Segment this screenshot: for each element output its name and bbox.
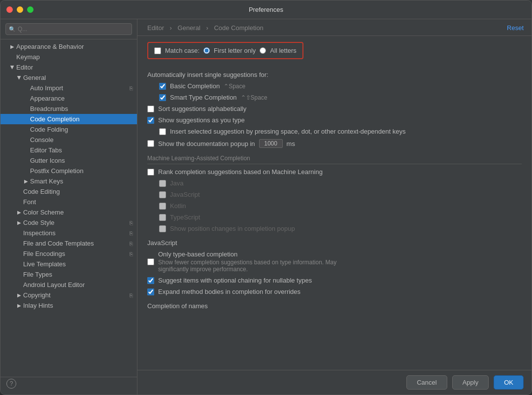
title-bar: Preferences (0, 0, 532, 19)
sidebar-item-inlay-hints[interactable]: ▶ Inlay Hints (0, 300, 137, 311)
arrow-icon: ▶ (24, 179, 28, 184)
auto-insert-heading: Automatically insert single suggestions … (147, 71, 268, 78)
sidebar-item-breadcrumbs[interactable]: Breadcrumbs (0, 104, 137, 114)
cancel-button[interactable]: Cancel (406, 375, 447, 390)
show-as-you-type-row: Show suggestions as you type (147, 116, 522, 124)
help-button[interactable]: ? (6, 379, 16, 389)
smart-shortcut: ⌃⇧Space (241, 94, 267, 101)
sidebar-item-general[interactable]: ▶ General (0, 72, 137, 83)
sidebar-item-editor[interactable]: ▶ Editor (0, 62, 137, 72)
sidebar-item-copyright[interactable]: ▶ Copyright ⎘ (0, 290, 137, 300)
sidebar-item-auto-import[interactable]: Auto Import ⎘ (0, 83, 137, 93)
search-input[interactable] (5, 23, 132, 35)
js-expand-checkbox[interactable] (147, 288, 154, 295)
ml-rank-row: Rank completion suggestions based on Mac… (147, 168, 522, 176)
sidebar-item-label: Editor (16, 64, 33, 71)
copy-icon: ⎘ (130, 251, 133, 257)
all-letters-radio[interactable] (260, 47, 266, 54)
basic-completion-checkbox[interactable] (159, 83, 166, 90)
sidebar-item-label: Inspections (23, 229, 56, 237)
sidebar-item-label: Android Layout Editor (23, 281, 85, 288)
ml-kotlin-row: Kotlin (147, 202, 522, 210)
search-bar: 🔍 (0, 19, 137, 39)
sidebar-item-console[interactable]: Console (0, 135, 137, 145)
js-only-type-desc: Show fewer completion suggestions based … (158, 259, 336, 273)
panel-footer: Cancel Apply OK (137, 370, 532, 395)
copy-icon: ⎘ (130, 241, 133, 247)
js-only-type-row: Only type-based completion Show fewer co… (147, 251, 522, 273)
panel-header: Editor › General › Code Completion Reset (137, 19, 532, 36)
sidebar-item-label: Live Templates (23, 260, 66, 268)
show-as-you-type-checkbox[interactable] (147, 117, 154, 124)
arrow-icon: ▶ (17, 210, 21, 215)
first-letter-label: First letter only (214, 47, 256, 54)
sidebar-item-label: Breadcrumbs (30, 105, 68, 112)
match-case-checkbox[interactable] (154, 47, 161, 54)
sidebar-item-label: Inlay Hints (23, 302, 53, 309)
insert-space-row: Insert selected suggestion by pressing s… (147, 128, 522, 135)
sidebar-item-keymap[interactable]: Keymap (0, 52, 137, 62)
main-panel: Editor › General › Code Completion Reset… (137, 19, 532, 395)
apply-button[interactable]: Apply (452, 375, 489, 390)
auto-insert-heading-row: Automatically insert single suggestions … (147, 71, 522, 78)
doc-popup-checkbox[interactable] (147, 140, 154, 147)
sidebar-item-font[interactable]: Font (0, 197, 137, 207)
sidebar-item-gutter-icons[interactable]: Gutter Icons (0, 155, 137, 166)
sidebar-item-code-completion[interactable]: Code Completion (0, 114, 137, 124)
sidebar-item-smart-keys[interactable]: ▶ Smart Keys (0, 176, 137, 186)
sidebar-item-label: Appearance (30, 95, 65, 102)
match-case-label: Match case: (165, 47, 200, 54)
sidebar-item-live-templates[interactable]: Live Templates (0, 259, 137, 269)
js-chaining-checkbox[interactable] (147, 277, 154, 284)
close-button[interactable] (6, 6, 13, 13)
preferences-dialog: Preferences 🔍 ▶ Appearance & Behavior (0, 0, 532, 395)
sidebar-item-appearance[interactable]: Appearance (0, 93, 137, 104)
arrow-icon: ▶ (10, 66, 15, 70)
sidebar-item-file-types[interactable]: File Types (0, 269, 137, 280)
reset-button[interactable]: Reset (507, 24, 524, 32)
doc-popup-ms-input[interactable] (259, 139, 283, 148)
sidebar-item-label: Editor Tabs (30, 146, 62, 154)
ml-position-checkbox[interactable] (159, 225, 166, 232)
sidebar-item-code-folding[interactable]: Code Folding (0, 124, 137, 135)
maximize-button[interactable] (27, 6, 33, 13)
insert-space-checkbox[interactable] (159, 128, 166, 135)
ml-typescript-checkbox[interactable] (159, 214, 166, 221)
ml-kotlin-checkbox[interactable] (159, 203, 166, 210)
sidebar-item-appearance-behavior[interactable]: ▶ Appearance & Behavior (0, 41, 137, 52)
ml-java-row: Java (147, 180, 522, 187)
sidebar-item-file-code-templates[interactable]: File and Code Templates ⎘ (0, 238, 137, 249)
sidebar-item-postfix-completion[interactable]: Postfix Completion (0, 166, 137, 176)
basic-completion-label: Basic Completion (170, 82, 220, 90)
ml-kotlin-label: Kotlin (170, 202, 186, 210)
sidebar-item-android-layout[interactable]: Android Layout Editor (0, 280, 137, 290)
sidebar-item-code-style[interactable]: ▶ Code Style ⎘ (0, 217, 137, 228)
sidebar-item-label: Gutter Icons (30, 157, 65, 164)
smart-completion-row: Smart Type Completion ⌃⇧Space (147, 94, 522, 101)
sidebar-item-inspections[interactable]: Inspections ⎘ (0, 228, 137, 238)
ml-javascript-checkbox[interactable] (159, 191, 166, 198)
first-letter-radio[interactable] (203, 47, 210, 54)
sidebar-item-label: Console (30, 136, 54, 144)
breadcrumb: Editor › General › Code Completion (145, 24, 266, 32)
sidebar-item-label: Font (23, 198, 36, 206)
sidebar-item-file-encodings[interactable]: File Encodings ⎘ (0, 249, 137, 259)
sort-alpha-checkbox[interactable] (147, 106, 154, 112)
minimize-button[interactable] (17, 6, 23, 13)
sidebar-item-label: Smart Keys (30, 178, 63, 185)
sidebar-item-editor-tabs[interactable]: Editor Tabs (0, 145, 137, 155)
doc-popup-row: Show the documentation popup in ms (147, 139, 522, 148)
ml-java-checkbox[interactable] (159, 180, 166, 187)
ok-button[interactable]: OK (494, 375, 524, 390)
js-chaining-label: Suggest items with optional chaining for… (158, 277, 312, 284)
sidebar-item-code-editing[interactable]: Code Editing (0, 186, 137, 197)
window-controls (6, 6, 33, 13)
arrow-icon: ▶ (10, 44, 14, 49)
js-only-type-checkbox[interactable] (147, 258, 154, 265)
sidebar-item-color-scheme[interactable]: ▶ Color Scheme (0, 207, 137, 217)
ml-rank-checkbox[interactable] (147, 169, 154, 176)
smart-completion-label: Smart Type Completion (170, 94, 237, 101)
js-expand-label: Expand method bodies in completion for o… (158, 288, 300, 295)
smart-completion-checkbox[interactable] (159, 94, 166, 101)
ml-rank-label: Rank completion suggestions based on Mac… (158, 168, 323, 176)
